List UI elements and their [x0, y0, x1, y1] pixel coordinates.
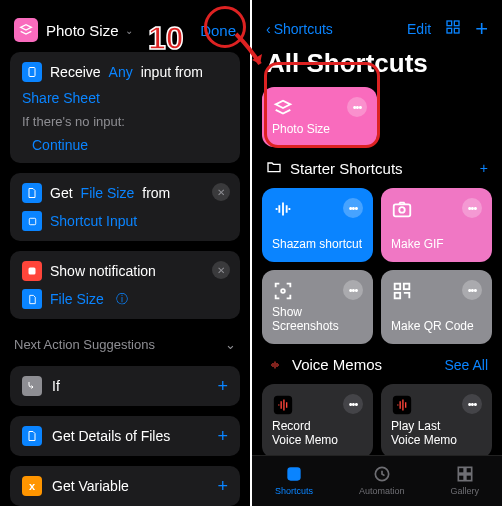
share-sheet-token[interactable]: Share Sheet	[22, 90, 100, 106]
svg-rect-8	[394, 204, 411, 216]
library-header: ‹ Shortcuts Edit +	[252, 0, 502, 48]
show-notification-block[interactable]: ✕ Show notification File Size ⓘ	[10, 251, 240, 319]
disclosure-icon[interactable]: ⓘ	[116, 291, 128, 308]
voice-memos-icon	[391, 394, 413, 420]
receive-label: Receive	[50, 64, 101, 80]
shortcut-title-row[interactable]: Photo Size ⌄	[46, 22, 133, 39]
shortcut-tile-qr-code[interactable]: ••• Make QR Code	[381, 270, 492, 344]
delete-action-button[interactable]: ✕	[212, 261, 230, 279]
if-icon	[22, 376, 42, 396]
shortcut-name: Photo Size	[46, 22, 119, 39]
shortcuts-library-screen: ‹ Shortcuts Edit + All Shortcuts ••• Pho…	[252, 0, 502, 506]
shortcut-icon-badge	[14, 18, 38, 42]
variable-icon: x	[22, 476, 42, 496]
tile-label: Voice Memo	[272, 434, 363, 448]
notification-icon	[22, 261, 42, 281]
shortcut-editor-screen: Photo Size ⌄ Done Receive Any input from…	[0, 0, 252, 506]
get-label: Get	[50, 185, 73, 201]
svg-rect-1	[29, 218, 35, 224]
variable-icon	[22, 289, 42, 309]
shortcut-tile-shazam[interactable]: ••• Shazam shortcut	[262, 188, 373, 262]
voice-memos-section[interactable]: Voice Memos See All	[262, 354, 492, 374]
shortcut-tile-screenshots[interactable]: ••• Show Screenshots	[262, 270, 373, 344]
shortcut-tile-photo-size[interactable]: ••• Photo Size	[262, 87, 377, 147]
suggestion-label: Get Variable	[52, 478, 129, 494]
filesize-variable-token[interactable]: File Size	[50, 291, 104, 307]
capture-icon	[272, 280, 294, 306]
from-label: from	[142, 185, 170, 201]
starter-shortcuts-section[interactable]: Starter Shortcuts +	[262, 157, 492, 178]
section-add-button[interactable]: +	[480, 160, 488, 176]
section-label: Voice Memos	[292, 356, 382, 373]
svg-rect-13	[395, 293, 401, 299]
tab-label: Gallery	[450, 486, 479, 496]
suggestion-label: If	[52, 378, 60, 394]
tab-label: Shortcuts	[275, 486, 313, 496]
svg-point-10	[281, 289, 285, 293]
svg-rect-5	[454, 21, 459, 26]
show-notification-label: Show notification	[50, 263, 156, 279]
tile-label: Photo Size	[272, 123, 367, 137]
waveform-icon	[272, 198, 294, 224]
tile-label: Show Screenshots	[272, 306, 363, 334]
svg-rect-14	[274, 396, 292, 414]
input-icon	[22, 62, 42, 82]
tile-label: Make GIF	[391, 238, 482, 252]
tile-more-button[interactable]: •••	[343, 198, 363, 218]
add-shortcut-button[interactable]: +	[475, 16, 488, 42]
shortcut-input-token[interactable]: Shortcut Input	[50, 213, 137, 229]
svg-rect-16	[287, 467, 300, 480]
shortcut-tile-play-last-memo[interactable]: ••• Play Last Voice Memo	[381, 384, 492, 455]
see-all-link[interactable]: See All	[444, 357, 488, 373]
shortcut-input-icon	[22, 211, 42, 231]
voice-tiles-grid: ••• Record Voice Memo ••• Play Last Voic…	[262, 384, 492, 455]
svg-rect-4	[447, 21, 452, 26]
svg-rect-11	[395, 283, 401, 289]
tile-more-button[interactable]: •••	[462, 198, 482, 218]
get-filesize-block[interactable]: ✕ Get File Size from Shortcut Input	[10, 173, 240, 241]
suggestions-header: Next Action Suggestions	[14, 337, 155, 352]
tile-more-button[interactable]: •••	[347, 97, 367, 117]
edit-button[interactable]: Edit	[407, 21, 431, 37]
suggestion-if[interactable]: If +	[10, 366, 240, 406]
filesize-token[interactable]: File Size	[81, 185, 135, 201]
qr-icon	[391, 280, 413, 306]
actions-list: Receive Any input from Share Sheet If th…	[0, 52, 250, 506]
delete-action-button[interactable]: ✕	[212, 183, 230, 201]
suggestion-get-details[interactable]: Get Details of Files +	[10, 416, 240, 456]
tile-more-button[interactable]: •••	[462, 394, 482, 414]
tile-more-button[interactable]: •••	[462, 280, 482, 300]
continue-token[interactable]: Continue	[32, 137, 88, 153]
back-button[interactable]: ‹ Shortcuts	[266, 21, 333, 37]
library-body: ••• Photo Size Starter Shortcuts + ••• S…	[252, 87, 502, 455]
add-suggestion-button[interactable]: +	[217, 426, 228, 447]
add-suggestion-button[interactable]: +	[217, 476, 228, 497]
files-icon	[22, 183, 42, 203]
tab-bar: Shortcuts Automation Gallery	[252, 455, 502, 506]
done-button[interactable]: Done	[200, 22, 236, 39]
grid-view-icon[interactable]	[445, 19, 461, 39]
tab-automation[interactable]: Automation	[359, 464, 405, 496]
receive-any-token[interactable]: Any	[109, 64, 133, 80]
starter-tiles-grid: ••• Shazam shortcut ••• Make GIF ••• Sho…	[262, 188, 492, 344]
svg-rect-7	[454, 28, 459, 33]
tile-label: Voice Memo	[391, 434, 482, 448]
receive-input-label: input from	[141, 64, 203, 80]
suggestions-header-row[interactable]: Next Action Suggestions ⌄	[10, 329, 240, 356]
add-suggestion-button[interactable]: +	[217, 376, 228, 397]
receive-input-block[interactable]: Receive Any input from Share Sheet If th…	[10, 52, 240, 163]
tile-more-button[interactable]: •••	[343, 280, 363, 300]
suggestion-label: Get Details of Files	[52, 428, 170, 444]
tile-more-button[interactable]: •••	[343, 394, 363, 414]
svg-rect-20	[458, 475, 464, 481]
camera-icon	[391, 198, 413, 224]
svg-rect-15	[393, 396, 411, 414]
tab-shortcuts[interactable]: Shortcuts	[275, 464, 313, 496]
shortcut-tile-make-gif[interactable]: ••• Make GIF	[381, 188, 492, 262]
tab-gallery[interactable]: Gallery	[450, 464, 479, 496]
svg-rect-0	[29, 68, 35, 77]
no-input-label: If there's no input:	[22, 114, 125, 129]
shortcut-tile-record-memo[interactable]: ••• Record Voice Memo	[262, 384, 373, 455]
suggestion-get-variable[interactable]: x Get Variable +	[10, 466, 240, 506]
tile-label: Play Last	[391, 420, 482, 434]
